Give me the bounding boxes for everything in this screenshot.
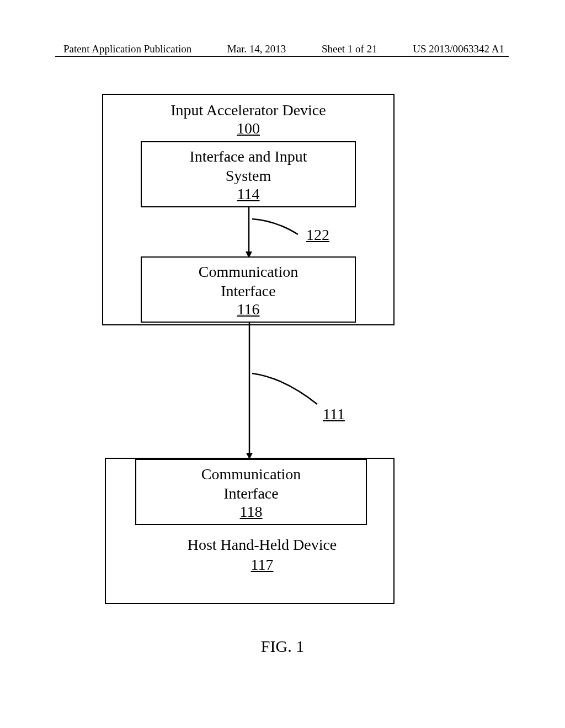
reference-number: 117 [251,555,274,575]
box-title: Input Accelerator Device [170,100,326,120]
host-device-label: Host Hand-Held Device 117 [152,535,372,575]
box-title: Interface and Input [190,147,307,166]
box-communication-interface-118: Communication Interface 118 [135,459,367,525]
publication-number: US 2013/0063342 A1 [413,43,504,55]
publication-date: Mar. 14, 2013 [227,43,286,55]
reference-number: 114 [237,185,260,203]
figure-label: FIG. 1 [0,637,565,656]
sheet-number: Sheet 1 of 21 [322,43,377,55]
box-title: Host Hand-Held Device [152,535,372,555]
box-title: Communication [201,464,301,484]
publication-label: Patent Application Publication [63,43,191,55]
box-title: Interface [221,281,275,301]
reference-number: 116 [237,301,260,318]
box-title: Communication [199,262,298,281]
box-title: System [226,166,271,185]
reference-number-111: 111 [323,405,345,423]
leader-line-122 [251,218,306,240]
reference-number: 100 [237,120,260,137]
header-divider [55,56,509,57]
diagram-figure-1: Input Accelerator Device 100 Interface a… [102,94,395,604]
page-header: Patent Application Publication Mar. 14, … [0,43,565,55]
box-interface-input-system: Interface and Input System 114 [141,141,356,207]
reference-number-122: 122 [306,226,329,244]
box-communication-interface-116: Communication Interface 116 [141,256,356,323]
box-title: Interface [223,484,278,503]
reference-number: 118 [240,503,263,521]
leader-line-111 [251,372,323,411]
